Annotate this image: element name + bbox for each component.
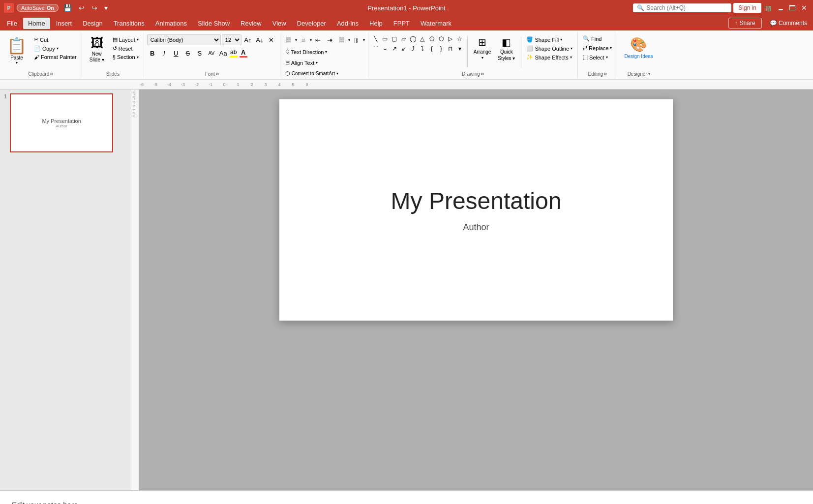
menu-fppt[interactable]: FPPT	[389, 18, 415, 29]
font-face-select[interactable]: Calibri (Body)	[147, 34, 221, 45]
menu-addins[interactable]: Add-ins	[332, 18, 363, 29]
share-button[interactable]: ↑ Share	[728, 18, 762, 29]
menu-review[interactable]: Review	[236, 18, 267, 29]
font-color-button[interactable]: A	[240, 49, 247, 58]
cut-button[interactable]: ✂ Cut	[32, 35, 79, 44]
design-ideas-button[interactable]: 🎨 Design Ideas	[620, 34, 657, 61]
underline-button[interactable]: U	[171, 48, 181, 59]
shape-rounded-rect[interactable]: ▢	[390, 34, 399, 43]
font-footer[interactable]: Font ⧉	[144, 70, 280, 78]
increase-font-size-button[interactable]: A↑	[242, 34, 253, 45]
format-painter-button[interactable]: 🖌 Format Painter	[32, 53, 79, 61]
editing-footer[interactable]: Editing ⧉	[578, 70, 617, 78]
decrease-indent-button[interactable]: ⇤	[313, 34, 324, 45]
search-box[interactable]: 🔍	[633, 3, 731, 12]
shape-outline-button[interactable]: ⬜ Shape Outline ▾	[524, 44, 574, 53]
redo-icon[interactable]: ↪	[90, 3, 99, 13]
reset-button[interactable]: ↺ Reset	[111, 44, 141, 53]
replace-button[interactable]: ⇄ Replace ▾	[581, 44, 614, 52]
arrange-button[interactable]: ⊞ Arrange ▾	[471, 34, 494, 63]
shapes-more[interactable]: ▾	[455, 44, 464, 53]
menu-design[interactable]: Design	[78, 18, 107, 29]
slide-canvas[interactable]: My Presentation Author	[279, 99, 673, 321]
line-spacing-button[interactable]: ☰	[336, 34, 347, 45]
close-button[interactable]: ✕	[799, 3, 809, 13]
shape-arc[interactable]: ⌣	[381, 44, 390, 53]
bold-button[interactable]: B	[147, 48, 158, 59]
shape-line[interactable]: ╲	[371, 34, 380, 43]
menu-animations[interactable]: Animations	[151, 18, 192, 29]
shape-arrow2[interactable]: ↗	[390, 44, 399, 53]
ribbon-display-icon[interactable]: ▤	[763, 3, 774, 13]
save-icon[interactable]: 💾	[61, 3, 74, 13]
restore-button[interactable]: 🗖	[787, 3, 797, 13]
shape-curved-arrow[interactable]: ⤴	[409, 44, 418, 53]
font-size-select[interactable]: 12 8101416182436	[222, 34, 241, 45]
new-slide-button[interactable]: 🖼 New Slide ▾	[85, 34, 109, 63]
menu-home[interactable]: Home	[23, 18, 50, 29]
drawing-footer[interactable]: Drawing ⧉	[368, 70, 577, 78]
columns-button[interactable]: ⫼	[351, 34, 362, 45]
designer-footer[interactable]: Designer ▾	[617, 70, 660, 78]
text-direction-button[interactable]: ⇳ Text Direction ▾	[283, 48, 330, 56]
shape-arrow[interactable]: ▷	[446, 34, 455, 43]
slide-subtitle[interactable]: Author	[463, 222, 489, 233]
layout-button[interactable]: ▤ Layout ▾	[111, 35, 141, 44]
change-case-button[interactable]: Aa	[218, 48, 229, 59]
text-shadow-button[interactable]: S	[194, 48, 205, 59]
clear-formatting-button[interactable]: ✕	[266, 34, 277, 45]
shape-parallelogram[interactable]: ▱	[399, 34, 408, 43]
canvas-area[interactable]: My Presentation Author	[139, 89, 813, 490]
align-text-button[interactable]: ⊟ Align Text ▾	[283, 59, 320, 67]
shape-bracket[interactable]: {	[427, 44, 436, 53]
section-button[interactable]: § Section ▾	[111, 53, 141, 61]
autosave-button[interactable]: AutoSave On	[17, 4, 59, 12]
clipboard-footer[interactable]: Clipboard ⧉	[0, 70, 82, 78]
shape-arrow3[interactable]: ↙	[399, 44, 408, 53]
increase-indent-button[interactable]: ⇥	[325, 34, 335, 45]
convert-smartart-button[interactable]: ⬡ Convert to SmartArt ▾	[283, 69, 340, 78]
char-spacing-button[interactable]: AV	[206, 48, 217, 59]
highlight-color-button[interactable]: ab	[230, 49, 238, 58]
shape-pentagon[interactable]: ⬠	[427, 34, 436, 43]
shape-hexagon[interactable]: ⬡	[437, 34, 446, 43]
menu-view[interactable]: View	[268, 18, 291, 29]
slides-footer[interactable]: Slides	[82, 70, 144, 78]
notes-area[interactable]: Edit your notes here - You can add multi…	[0, 490, 813, 504]
bullets-button[interactable]: ☰	[283, 34, 294, 45]
shape-triangle[interactable]: △	[418, 34, 427, 43]
italic-button[interactable]: I	[159, 48, 170, 59]
menu-insert[interactable]: Insert	[51, 18, 77, 29]
search-input[interactable]	[646, 4, 727, 11]
slide-thumbnail[interactable]: My Presentation Author	[10, 93, 113, 152]
copy-button[interactable]: 📄 Copy ▾	[32, 44, 79, 53]
shape-effects-button[interactable]: ✨ Shape Effects ▾	[524, 53, 574, 61]
shape-bracket2[interactable]: }	[437, 44, 446, 53]
menu-developer[interactable]: Developer	[292, 18, 331, 29]
menu-file[interactable]: File	[2, 18, 22, 29]
signin-button[interactable]: Sign in	[733, 3, 761, 13]
menu-slideshow[interactable]: Slide Show	[193, 18, 235, 29]
menu-watermark[interactable]: Watermark	[416, 18, 456, 29]
shape-brace[interactable]: ⊓	[446, 44, 455, 53]
select-button[interactable]: ⬚ Select ▾	[581, 53, 610, 61]
minimize-button[interactable]: 🗕	[776, 3, 785, 13]
numbering-button[interactable]: ≡	[298, 34, 309, 45]
find-button[interactable]: 🔍 Find	[581, 34, 603, 43]
paste-button[interactable]: 📋 Paste ▾	[3, 34, 30, 67]
shape-rect[interactable]: ▭	[381, 34, 390, 43]
comments-button[interactable]: 💬 Comments	[766, 18, 811, 28]
menu-transitions[interactable]: Transitions	[109, 18, 150, 29]
menu-help[interactable]: Help	[364, 18, 388, 29]
shape-curved-arrow2[interactable]: ⤵	[418, 44, 427, 53]
strikethrough-button[interactable]: S	[182, 48, 193, 59]
slide-main-title[interactable]: My Presentation	[391, 187, 562, 214]
customize-qat-icon[interactable]: ▾	[102, 3, 110, 13]
quick-styles-button[interactable]: ◧ Quick Styles ▾	[495, 34, 518, 63]
shape-oval[interactable]: ◯	[409, 34, 418, 43]
shape-fill-button[interactable]: 🪣 Shape Fill ▾	[524, 35, 574, 44]
undo-icon[interactable]: ↩	[77, 3, 87, 13]
shape-curved[interactable]: ⌒	[371, 44, 380, 53]
shape-star[interactable]: ☆	[455, 34, 464, 43]
decrease-font-size-button[interactable]: A↓	[254, 34, 265, 45]
